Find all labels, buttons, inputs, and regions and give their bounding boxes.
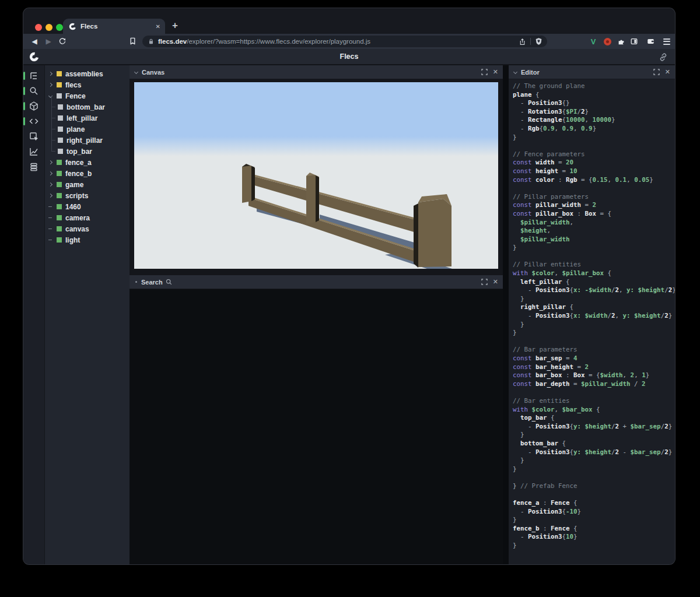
code-line: const bar_box : Box = {$width, 2, 1}	[513, 371, 675, 380]
code-line: left_pillar {	[513, 278, 675, 287]
chevron-right-icon[interactable]	[48, 72, 57, 75]
tree-item-Fence[interactable]: Fence	[45, 90, 130, 101]
active-indicator	[23, 102, 25, 110]
address-bar[interactable]: flecs.dev/explorer/?wasm=https://www.fle…	[142, 36, 547, 47]
code-editor-icon	[29, 116, 39, 127]
new-tab-button[interactable]: +	[172, 20, 178, 31]
entity-square-icon	[57, 182, 62, 187]
tree-item-right_pillar[interactable]: right_pillar	[45, 135, 130, 146]
left-pillar-side	[251, 166, 255, 201]
tree-item-left_pillar[interactable]: left_pillar	[45, 113, 130, 124]
tree-item-label: top_bar	[66, 148, 92, 156]
adblock-extension-icon[interactable]	[601, 34, 614, 49]
share-icon[interactable]	[519, 38, 526, 45]
chevron-right-icon[interactable]	[48, 172, 57, 175]
search-panel-body[interactable]	[130, 289, 503, 564]
code-line: - Position3{}	[513, 99, 675, 108]
tree-item-label: game	[65, 181, 83, 189]
sidebar-toggle-icon[interactable]	[628, 34, 640, 49]
chevron-right-icon[interactable]	[48, 194, 57, 197]
reload-button[interactable]	[56, 34, 69, 49]
tree-item-scripts[interactable]: scripts	[45, 190, 130, 201]
bookmark-icon[interactable]	[128, 37, 137, 45]
tree-item-plane[interactable]: plane	[45, 124, 130, 135]
tree-item-label: right_pillar	[66, 136, 103, 145]
code-line: const pillar_width = 2	[513, 201, 675, 210]
back-button[interactable]: ◀	[28, 34, 41, 49]
close-icon[interactable]: ✕	[493, 68, 498, 76]
activity-entity-tree-button[interactable]	[23, 68, 44, 83]
tree-item-game[interactable]: game	[45, 179, 130, 190]
activity-stats-chart-button[interactable]	[23, 144, 44, 159]
menu-icon[interactable]	[660, 34, 673, 49]
tree-item-bottom_bar[interactable]: bottom_bar	[45, 101, 130, 113]
vue-extension-icon[interactable]: V	[587, 34, 600, 49]
close-icon[interactable]: ✕	[493, 278, 498, 286]
extensions-puzzle-icon[interactable]	[615, 34, 628, 49]
tree-item-light[interactable]: light	[45, 234, 130, 245]
close-window-button[interactable]	[35, 24, 42, 31]
entity-square-icon	[57, 71, 62, 76]
code-line: }	[513, 244, 675, 252]
tab-close-icon[interactable]: ✕	[156, 23, 160, 30]
activity-code-editor-button[interactable]	[23, 114, 44, 129]
zoom-window-button[interactable]	[56, 24, 63, 31]
entity-square-icon	[57, 160, 62, 165]
tree-item-fence_a[interactable]: fence_a	[45, 157, 130, 168]
activity-commands-stack-button[interactable]	[23, 159, 44, 174]
brave-shield-icon[interactable]	[535, 37, 542, 45]
tree-item-1460[interactable]: 1460	[45, 201, 130, 212]
search-icon	[166, 279, 172, 285]
entity-square-icon	[57, 204, 62, 209]
tree-item-label: flecs	[65, 81, 81, 89]
code-line: $height,	[513, 227, 675, 236]
activity-search-button[interactable]	[23, 83, 44, 99]
tree-item-camera[interactable]: camera	[45, 212, 130, 223]
chevron-down-icon[interactable]	[513, 70, 517, 74]
tree-item-canvas[interactable]: canvas	[45, 223, 130, 234]
code-line: - Position3{x: -$width/2, y: $height/2}	[513, 286, 675, 295]
code-line: const color : Rgb = {0.15, 0.1, 0.05}	[513, 176, 675, 185]
share-link-icon[interactable]	[659, 52, 668, 62]
entity-square-icon	[57, 93, 62, 99]
code-line: const height = 10	[513, 167, 675, 176]
activity-inspector-button[interactable]	[23, 129, 44, 144]
tree-item-label: fence_b	[65, 170, 92, 178]
code-line: fence_a : Fence {	[513, 499, 675, 508]
sky	[134, 82, 498, 137]
tree-item-top_bar[interactable]: top_bar	[45, 146, 130, 157]
scene-cube-icon	[29, 101, 39, 111]
fullscreen-icon[interactable]	[481, 279, 488, 285]
tree-item-label: 1460	[65, 203, 81, 211]
search-panel-header: Search ✕	[130, 275, 503, 289]
code-line: const bar_depth = $pillar_width / 2	[513, 380, 675, 389]
chevron-down-icon[interactable]	[48, 94, 57, 97]
chevron-right-icon[interactable]	[48, 161, 57, 164]
inspector-icon	[29, 131, 39, 142]
code-line: // Pillar entities	[513, 261, 675, 269]
minimize-window-button[interactable]	[46, 24, 52, 31]
entity-tree: assembliesflecsFencebottom_barleft_pilla…	[44, 65, 130, 564]
scene-3d-fence[interactable]	[134, 82, 498, 269]
editor-panel-header: Editor ✕	[509, 65, 675, 79]
tab-flecs[interactable]: Flecs ✕	[63, 19, 165, 34]
code-line: - Position3{-10}	[513, 508, 675, 517]
wallet-icon[interactable]	[644, 34, 657, 49]
chevron-down-icon[interactable]	[134, 70, 138, 74]
fullscreen-icon[interactable]	[481, 69, 488, 75]
code-line: - Rectangle{10000, 10000}	[513, 116, 675, 125]
url-path: /explorer/?wasm=https://www.flecs.dev/ex…	[187, 38, 370, 45]
fullscreen-icon[interactable]	[653, 69, 660, 75]
tree-item-flecs[interactable]: flecs	[45, 79, 130, 90]
panel-dot-icon[interactable]	[135, 281, 137, 283]
close-icon[interactable]: ✕	[665, 68, 670, 76]
chevron-right-icon[interactable]	[48, 83, 57, 86]
tab-strip: Flecs ✕ +	[23, 8, 675, 34]
tree-item-fence_b[interactable]: fence_b	[45, 168, 130, 179]
tree-item-assemblies[interactable]: assemblies	[45, 68, 130, 79]
toolbar-separator	[530, 38, 531, 45]
code-line: right_pillar {	[513, 303, 675, 312]
chevron-right-icon[interactable]	[48, 183, 57, 186]
activity-scene-cube-button[interactable]	[23, 99, 44, 114]
code-editor[interactable]: // The ground planeplane { - Position3{}…	[509, 79, 675, 564]
